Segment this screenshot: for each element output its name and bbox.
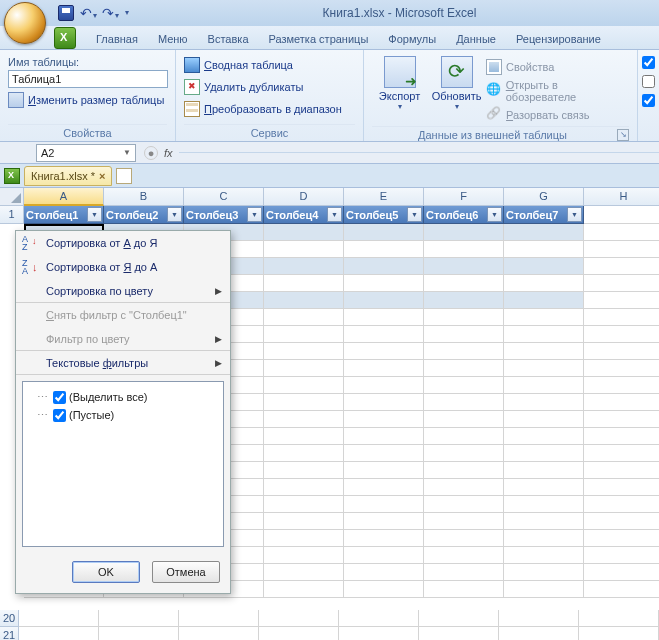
cell[interactable] [424, 258, 504, 275]
workbook-tab[interactable]: Книга1.xlsx * × [24, 166, 112, 186]
cell[interactable] [264, 445, 344, 462]
cell[interactable] [504, 547, 584, 564]
cell[interactable] [264, 377, 344, 394]
workbook-icon[interactable] [4, 168, 20, 184]
ok-button[interactable]: OK [72, 561, 140, 583]
table-column-header[interactable]: Столбец6 [424, 206, 504, 224]
text-filters-item[interactable]: Текстовые фильтры ▶ [16, 351, 230, 375]
cell[interactable] [264, 224, 344, 241]
cell[interactable] [179, 610, 259, 627]
table-column-header[interactable]: Столбец1 [24, 206, 104, 224]
cell[interactable] [19, 610, 99, 627]
office-button[interactable] [4, 2, 46, 44]
cell[interactable] [264, 428, 344, 445]
cell[interactable] [19, 627, 99, 640]
remove-duplicates-button[interactable]: Удалить дубликаты [184, 76, 355, 98]
cell[interactable] [504, 275, 584, 292]
table-column-header[interactable]: Столбец4 [264, 206, 344, 224]
cell[interactable] [264, 292, 344, 309]
cell[interactable] [584, 275, 659, 292]
column-header[interactable]: H [584, 188, 659, 206]
tab-insert[interactable]: Вставка [198, 28, 259, 49]
cell[interactable] [424, 275, 504, 292]
save-icon[interactable] [58, 5, 74, 21]
cell[interactable] [264, 479, 344, 496]
refresh-button[interactable]: Обновить ▾ [429, 54, 484, 126]
formula-input[interactable] [179, 152, 659, 153]
group-launcher-icon[interactable]: ↘ [617, 129, 629, 141]
cell[interactable] [504, 428, 584, 445]
export-button[interactable]: Экспорт ▾ [372, 54, 427, 126]
cell[interactable] [584, 462, 659, 479]
table-column-header[interactable]: Столбец2 [104, 206, 184, 224]
tab-review[interactable]: Рецензирование [506, 28, 611, 49]
cell[interactable] [344, 547, 424, 564]
table-column-header[interactable]: Столбец3 [184, 206, 264, 224]
cell[interactable] [339, 627, 419, 640]
cell[interactable] [264, 581, 344, 598]
cell[interactable] [424, 428, 504, 445]
cell[interactable] [344, 530, 424, 547]
checkbox-icon[interactable] [642, 56, 655, 69]
filter-dropdown-icon[interactable] [327, 207, 342, 222]
filter-tree-node-blanks[interactable]: (Пустые) [27, 406, 219, 424]
cell[interactable] [424, 530, 504, 547]
cell[interactable] [584, 343, 659, 360]
cell[interactable] [179, 627, 259, 640]
pivot-table-button[interactable]: Сводная таблица [184, 54, 355, 76]
cell[interactable] [424, 326, 504, 343]
cell[interactable] [584, 241, 659, 258]
qat-customize-icon[interactable] [124, 5, 140, 21]
filter-values-tree[interactable]: (Выделить все) (Пустые) [22, 381, 224, 547]
column-header[interactable]: F [424, 188, 504, 206]
cell[interactable] [424, 581, 504, 598]
row-header[interactable]: 20 [0, 610, 19, 627]
cell[interactable] [424, 445, 504, 462]
resize-table-button[interactable]: Изменить размер таблицы [8, 92, 167, 108]
cell[interactable] [424, 343, 504, 360]
cell[interactable] [424, 411, 504, 428]
filter-dropdown-icon[interactable] [87, 207, 102, 222]
cell[interactable] [344, 581, 424, 598]
cell[interactable] [339, 610, 419, 627]
column-header[interactable]: G [504, 188, 584, 206]
cell[interactable] [504, 292, 584, 309]
cell[interactable] [584, 360, 659, 377]
cell[interactable] [504, 411, 584, 428]
cell[interactable] [424, 224, 504, 241]
cell[interactable] [499, 610, 579, 627]
cell[interactable] [584, 411, 659, 428]
tab-menu[interactable]: Меню [148, 28, 198, 49]
cell[interactable] [504, 479, 584, 496]
cancel-button[interactable]: Отмена [152, 561, 220, 583]
cell[interactable] [424, 496, 504, 513]
cell[interactable] [264, 258, 344, 275]
cell[interactable] [584, 496, 659, 513]
cell[interactable] [424, 394, 504, 411]
cell[interactable] [504, 343, 584, 360]
cell[interactable] [584, 258, 659, 275]
cell[interactable] [344, 292, 424, 309]
cell[interactable] [504, 360, 584, 377]
ribbon-check-3[interactable] [642, 94, 655, 107]
filter-dropdown-icon[interactable] [247, 207, 262, 222]
cell[interactable] [264, 547, 344, 564]
cell[interactable] [499, 627, 579, 640]
cell[interactable] [264, 462, 344, 479]
column-header[interactable]: D [264, 188, 344, 206]
cell[interactable] [579, 610, 659, 627]
cell[interactable] [344, 360, 424, 377]
cell[interactable] [504, 224, 584, 241]
cell[interactable] [504, 581, 584, 598]
checkbox-icon[interactable] [642, 75, 655, 88]
sort-ascending-item[interactable]: Сортировка от А до Я [16, 231, 230, 255]
cell[interactable] [344, 224, 424, 241]
cell[interactable] [264, 496, 344, 513]
column-header[interactable]: E [344, 188, 424, 206]
cell[interactable] [504, 326, 584, 343]
cell[interactable] [424, 377, 504, 394]
cell[interactable] [424, 360, 504, 377]
tab-data[interactable]: Данные [446, 28, 506, 49]
cell[interactable] [584, 206, 659, 224]
cell[interactable] [584, 326, 659, 343]
